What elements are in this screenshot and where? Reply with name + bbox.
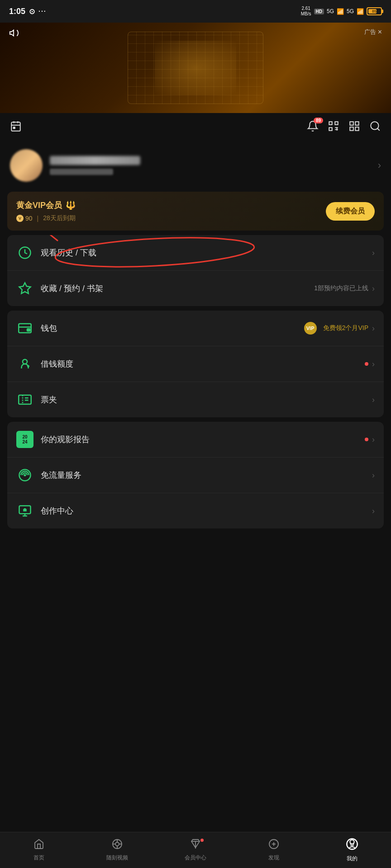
svg-point-49 <box>353 843 353 844</box>
tab-mine[interactable]: 我的 <box>313 838 391 863</box>
signal-bars-2: 📶 <box>357 8 364 15</box>
menu-section-extra: 2024 你的观影报告 › 免流量服务 › <box>7 422 384 528</box>
report-dot <box>365 438 368 441</box>
vip-coin-count: 90 <box>25 215 33 222</box>
scan-icon[interactable] <box>328 120 339 135</box>
svg-rect-5 <box>14 127 15 128</box>
svg-rect-7 <box>335 122 338 125</box>
ad-banner[interactable]: 广告 × <box>0 23 391 113</box>
ticket-icon-wrap <box>16 391 33 408</box>
close-icon[interactable]: × <box>378 28 382 36</box>
calendar-icon[interactable] <box>10 120 22 135</box>
traffic-label: 免流量服务 <box>41 470 372 481</box>
history-icon-wrap <box>16 244 33 261</box>
traffic-right: › <box>372 471 375 480</box>
menu-item-favorites[interactable]: 收藏 / 预约 / 书架 1部预约内容已上线 › <box>7 271 384 306</box>
tab-video[interactable]: 随刻视频 <box>78 839 157 862</box>
svg-rect-23 <box>27 329 30 331</box>
ad-label: 广告 <box>364 28 376 36</box>
search-icon[interactable] <box>369 120 381 135</box>
loan-icon-wrap <box>16 355 33 373</box>
menu-item-ticket[interactable]: 票夹 › <box>7 382 384 417</box>
ad-close-button[interactable]: 广告 × <box>364 28 382 36</box>
username-blurred <box>50 156 140 165</box>
watch-history-right: › <box>372 248 375 258</box>
ticket-arrow-icon: › <box>372 395 375 405</box>
tab-home[interactable]: 首页 <box>0 839 78 862</box>
tab-vip-center[interactable]: 会员中心 <box>157 839 235 862</box>
creator-label: 创作中心 <box>41 505 372 516</box>
5g-text-2: 5G <box>347 8 354 14</box>
nav-bar: 89 <box>0 113 391 142</box>
svg-point-48 <box>350 843 351 844</box>
menu-item-loan[interactable]: 借钱额度 › <box>7 346 384 382</box>
svg-point-32 <box>24 475 26 476</box>
video-icon <box>112 839 123 852</box>
vip-coin-area: V 90 <box>16 215 33 222</box>
report-2024-icon: 2024 <box>16 431 33 448</box>
vip-renew-button[interactable]: 续费会员 <box>326 202 375 221</box>
free-vip-text: 免费领2个月VIP <box>323 324 368 332</box>
creator-icon-wrap <box>16 502 33 519</box>
battery-indicator: 85 <box>367 7 382 15</box>
notification-bell-icon[interactable]: 89 <box>307 120 319 135</box>
status-time: 1:05 <box>9 7 25 16</box>
nav-left <box>10 120 22 135</box>
menu-item-wallet[interactable]: 钱包 VIP 免费领2个月VIP › <box>7 311 384 346</box>
ad-image <box>128 32 263 104</box>
watch-history-arrow-icon: › <box>372 248 375 258</box>
favorites-icon-wrap <box>16 280 33 297</box>
report-arrow-icon: › <box>372 435 375 444</box>
svg-rect-8 <box>329 127 332 131</box>
svg-point-24 <box>23 359 27 364</box>
status-right-area: 2.61 MB/s HD 5G 📶 5G 📶 85 <box>301 6 382 17</box>
svg-marker-20 <box>19 283 31 294</box>
tab-bar: 首页 随刻视频 会员中心 <box>0 832 391 868</box>
menu-section-finance: 钱包 VIP 免费领2个月VIP › 借钱额度 › <box>7 311 384 417</box>
profile-row[interactable]: › <box>0 142 391 189</box>
mine-icon <box>346 838 358 853</box>
vip-center-dot <box>200 839 204 842</box>
menu-item-watch-history[interactable]: 观看历史 / 下载 › <box>7 235 384 271</box>
favorites-right-text: 1部预约内容已上线 <box>314 284 368 292</box>
ticket-label: 票夹 <box>41 394 372 405</box>
wallet-arrow-icon: › <box>372 324 375 333</box>
svg-line-17 <box>377 128 380 131</box>
vip-info: 黄金VIP会员 🔱 V 90 | 28天后到期 <box>16 200 76 222</box>
vip-meta: V 90 | 28天后到期 <box>16 214 76 222</box>
svg-marker-0 <box>10 30 14 36</box>
vip-expire-text: 28天后到期 <box>43 214 76 222</box>
menu-item-creator[interactable]: 创作中心 › <box>7 493 384 528</box>
ad-volume-button[interactable] <box>9 28 19 41</box>
coin-icon: V <box>16 215 24 222</box>
menu-item-report[interactable]: 2024 你的观影报告 › <box>7 422 384 458</box>
menu-item-traffic[interactable]: 免流量服务 › <box>7 458 384 493</box>
svg-point-37 <box>115 842 119 846</box>
apps-icon[interactable] <box>348 120 360 135</box>
report-label: 你的观影报告 <box>41 434 365 445</box>
hd-badge: HD <box>314 9 324 14</box>
tab-discover[interactable]: 发现 <box>234 839 313 862</box>
favorites-label: 收藏 / 预约 / 书架 <box>41 283 314 294</box>
tab-discover-label: 发现 <box>268 854 279 862</box>
wallet-icon-wrap <box>16 320 33 337</box>
discover-icon <box>268 839 279 852</box>
network-speed: 2.61 MB/s <box>301 6 311 17</box>
watch-history-label: 观看历史 / 下载 <box>41 247 372 258</box>
creator-right: › <box>372 506 375 516</box>
profile-info <box>50 156 371 175</box>
nav-right: 89 <box>307 120 381 135</box>
profile-sub-blurred <box>50 169 113 175</box>
vip-card[interactable]: 黄金VIP会员 🔱 V 90 | 28天后到期 续费会员 <box>7 192 384 231</box>
wallet-right: VIP 免费领2个月VIP › <box>304 322 375 335</box>
tab-mine-label: 我的 <box>347 855 358 863</box>
vip-divider: | <box>37 215 39 222</box>
loan-right: › <box>365 359 375 369</box>
report-right: › <box>365 435 375 444</box>
status-bar: 1:05 ⊙ ··· 2.61 MB/s HD 5G 📶 5G 📶 85 <box>0 0 391 23</box>
loan-dot <box>365 362 368 366</box>
5g-icon: 5G <box>327 8 334 14</box>
svg-rect-15 <box>355 127 359 131</box>
svg-rect-13 <box>355 122 359 125</box>
tiktok-icon: ⊙ <box>29 7 35 16</box>
